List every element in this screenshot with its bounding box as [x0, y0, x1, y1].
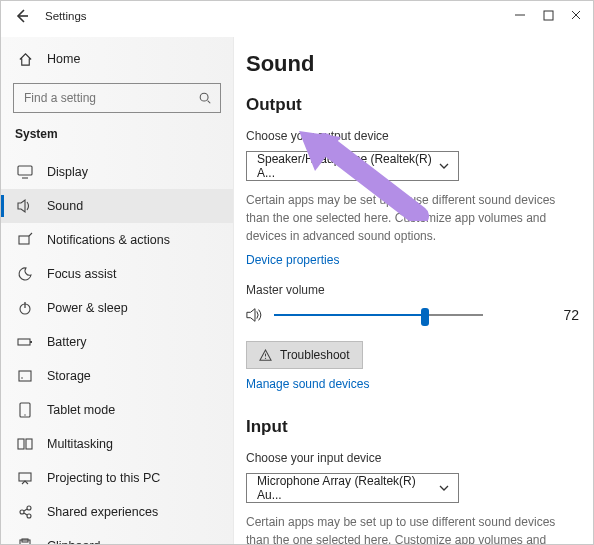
sound-icon [17, 198, 33, 214]
multitask-icon [17, 436, 33, 452]
master-volume-value: 72 [563, 307, 579, 323]
sidebar: Home System DisplaySoundNotifications & … [1, 37, 234, 544]
sidebar-item-label: Multitasking [47, 437, 113, 451]
sidebar-item-label: Notifications & actions [47, 233, 170, 247]
svg-point-18 [24, 414, 25, 415]
volume-icon [246, 307, 264, 323]
window-maximize-button[interactable] [541, 8, 555, 22]
input-hint-text: Certain apps may be set up to use differ… [246, 513, 566, 544]
svg-point-24 [27, 514, 31, 518]
sidebar-item-label: Tablet mode [47, 403, 115, 417]
sidebar-item-tablet[interactable]: Tablet mode [1, 393, 233, 427]
svg-rect-13 [18, 339, 30, 345]
display-icon [17, 164, 33, 180]
output-device-value: Speaker/Headphone (Realtek(R) A... [257, 152, 438, 180]
svg-line-6 [208, 101, 211, 104]
output-hint-text: Certain apps may be set up to use differ… [246, 191, 566, 245]
titlebar [1, 1, 593, 29]
input-device-value: Microphone Array (Realtek(R) Au... [257, 474, 438, 502]
master-volume-label: Master volume [246, 283, 579, 297]
output-device-dropdown[interactable]: Speaker/Headphone (Realtek(R) A... [246, 151, 459, 181]
search-icon [198, 91, 212, 105]
power-icon [17, 300, 33, 316]
search-input[interactable] [22, 90, 182, 106]
svg-point-23 [27, 506, 31, 510]
sidebar-item-label: Focus assist [47, 267, 116, 281]
svg-line-26 [24, 513, 27, 515]
sidebar-item-label: Battery [47, 335, 87, 349]
svg-rect-7 [18, 166, 32, 175]
sidebar-item-power[interactable]: Power & sleep [1, 291, 233, 325]
sidebar-item-clipboard[interactable]: Clipboard [1, 529, 233, 544]
header-title: Settings [45, 10, 87, 22]
svg-rect-9 [19, 236, 29, 244]
sidebar-item-bell[interactable]: Notifications & actions [1, 223, 233, 257]
svg-rect-15 [19, 371, 31, 381]
tablet-icon [17, 402, 33, 418]
sidebar-item-label: Display [47, 165, 88, 179]
sidebar-item-storage[interactable]: Storage [1, 359, 233, 393]
battery-icon [17, 334, 33, 350]
svg-rect-1 [544, 11, 553, 20]
clipboard-icon [17, 538, 33, 544]
page-title: Sound [246, 51, 579, 77]
sidebar-item-multitask[interactable]: Multitasking [1, 427, 233, 461]
svg-point-5 [200, 93, 208, 101]
sidebar-item-label: Storage [47, 369, 91, 383]
manage-sound-devices-link[interactable]: Manage sound devices [246, 377, 369, 391]
sidebar-item-sound[interactable]: Sound [1, 189, 233, 223]
warning-icon [259, 349, 272, 362]
output-heading: Output [246, 95, 579, 115]
svg-rect-20 [26, 439, 32, 449]
back-button[interactable] [13, 7, 31, 25]
input-heading: Input [246, 417, 579, 437]
sidebar-home-label: Home [47, 52, 80, 66]
svg-rect-19 [18, 439, 24, 449]
troubleshoot-label: Troubleshoot [280, 348, 350, 362]
chevron-down-icon [438, 160, 450, 172]
svg-line-10 [29, 233, 32, 236]
sidebar-item-moon[interactable]: Focus assist [1, 257, 233, 291]
shared-icon [17, 504, 33, 520]
bell-icon [17, 232, 33, 248]
input-device-dropdown[interactable]: Microphone Array (Realtek(R) Au... [246, 473, 459, 503]
svg-point-30 [265, 357, 266, 358]
sidebar-item-project[interactable]: Projecting to this PC [1, 461, 233, 495]
project-icon [17, 470, 33, 486]
sidebar-item-label: Power & sleep [47, 301, 128, 315]
sidebar-item-battery[interactable]: Battery [1, 325, 233, 359]
main-content: Sound Output Choose your output device S… [246, 37, 587, 544]
svg-line-25 [24, 509, 27, 511]
sidebar-home[interactable]: Home [1, 43, 233, 73]
search-box[interactable] [13, 83, 221, 113]
chevron-down-icon [438, 482, 450, 494]
svg-rect-21 [19, 473, 31, 481]
master-volume-slider[interactable] [274, 305, 483, 325]
header: Settings [13, 7, 87, 25]
sidebar-item-label: Projecting to this PC [47, 471, 160, 485]
svg-rect-14 [30, 341, 32, 343]
sidebar-item-display[interactable]: Display [1, 155, 233, 189]
storage-icon [17, 368, 33, 384]
sidebar-group-label: System [1, 125, 233, 155]
window-close-button[interactable] [569, 8, 583, 22]
window-minimize-button[interactable] [513, 8, 527, 22]
home-icon [17, 51, 33, 67]
sidebar-item-shared[interactable]: Shared experiences [1, 495, 233, 529]
moon-icon [17, 266, 33, 282]
svg-point-22 [20, 510, 24, 514]
svg-point-16 [21, 377, 23, 379]
sidebar-item-label: Sound [47, 199, 83, 213]
sidebar-item-label: Shared experiences [47, 505, 158, 519]
troubleshoot-button[interactable]: Troubleshoot [246, 341, 363, 369]
output-device-label: Choose your output device [246, 129, 579, 143]
output-device-properties-link[interactable]: Device properties [246, 253, 339, 267]
sidebar-item-label: Clipboard [47, 539, 101, 544]
input-device-label: Choose your input device [246, 451, 579, 465]
